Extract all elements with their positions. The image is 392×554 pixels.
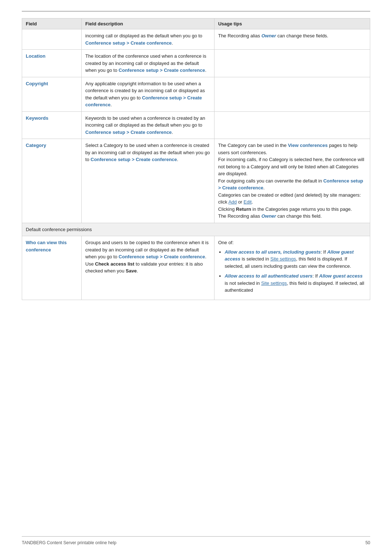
header-description: Field description xyxy=(82,19,215,29)
who-can-view-label: Who can view this conference xyxy=(26,240,67,253)
main-table: Field Field description Usage tips incom… xyxy=(22,18,370,300)
table-row-copyright: Copyright Any applicable copyright infor… xyxy=(22,77,370,111)
field-cell-keywords: Keywords xyxy=(22,111,82,139)
desc-cell-copyright: Any applicable copyright information to … xyxy=(82,77,215,111)
field-cell-category: Category xyxy=(22,139,82,223)
usage-text: The Recording alias xyxy=(218,33,261,38)
table-row-location: Location The location of the conference … xyxy=(22,50,370,77)
field-cell xyxy=(22,29,82,50)
permissions-list: Allow access to all users, including gue… xyxy=(225,249,366,294)
category-usage-5: . xyxy=(264,185,265,190)
table-row-category: Category Select a Category to be used wh… xyxy=(22,139,370,223)
keywords-label: Keywords xyxy=(26,115,48,121)
field-cell-location: Location xyxy=(22,50,82,77)
allow-authenticated-text1: : If xyxy=(313,273,319,279)
allow-all-users-label: Allow access to all users, including gue… xyxy=(225,249,320,255)
table-row-keywords: Keywords Keywords to be used when a conf… xyxy=(22,111,370,139)
category-conference-link[interactable]: Conference setup > Create conference xyxy=(91,157,177,162)
list-item-all-users: Allow access to all users, including gue… xyxy=(225,249,366,270)
location-label: Location xyxy=(26,53,45,59)
site-settings-link2[interactable]: Site settings xyxy=(261,280,287,286)
page-footer: TANDBERG Content Server printable online… xyxy=(22,536,370,545)
category-usage-1: The Category can be used in the xyxy=(218,143,288,148)
field-cell-copyright: Copyright xyxy=(22,77,82,111)
category-usage-10: The Recording alias xyxy=(218,213,261,219)
site-settings-link1[interactable]: Site settings xyxy=(270,256,296,262)
copyright-period: . xyxy=(110,102,112,107)
field-cell-who-can-view: Who can view this conference xyxy=(22,236,82,300)
copyright-label: Copyright xyxy=(26,81,48,86)
category-label: Category xyxy=(26,143,46,148)
allow-all-users-text1: : If xyxy=(320,249,327,255)
desc-text: incoming call or displayed as the defaul… xyxy=(85,33,202,38)
usage-one-of: One of: xyxy=(218,240,234,245)
allow-authenticated-label: Allow access to all authenticated users xyxy=(225,273,313,279)
edit-link[interactable]: Edit xyxy=(244,199,252,205)
header-usage: Usage tips xyxy=(214,19,370,29)
page-number: 50 xyxy=(366,540,370,545)
usage-cell-location xyxy=(214,50,370,77)
section-header-cell: Default conference permissions xyxy=(22,223,370,236)
allow-guest-access-link2: Allow guest access xyxy=(319,273,363,279)
add-link[interactable]: Add xyxy=(228,199,237,205)
keywords-desc: Keywords to be used when a conference is… xyxy=(85,115,205,128)
usage-cell-keywords xyxy=(214,111,370,139)
who-can-view-cs-link[interactable]: Conference setup > Create conference xyxy=(119,254,205,259)
desc-cell-keywords: Keywords to be used when a conference is… xyxy=(82,111,215,139)
allow-all-users-text2: is selected in xyxy=(240,256,270,262)
desc-cell-location: The location of the conference used when… xyxy=(82,50,215,77)
desc-cell-who-can-view: Groups and users to be copied to the con… xyxy=(82,236,215,300)
location-period: . xyxy=(205,67,207,73)
conference-setup-link[interactable]: Conference setup > Create conference xyxy=(85,40,172,46)
usage-text2: can change these fields. xyxy=(276,33,328,38)
keywords-conference-link[interactable]: Conference setup > Create conference xyxy=(85,130,172,135)
category-usage-11: can change this field. xyxy=(276,213,322,219)
desc-cell-category: Select a Category to be used when a conf… xyxy=(82,139,215,223)
usage-cell-copyright xyxy=(214,77,370,111)
keywords-period: . xyxy=(172,130,173,135)
usage-cell-category: The Category can be used in the View con… xyxy=(214,139,370,223)
category-period: . xyxy=(177,157,179,162)
usage-cell-who-can-view: One of: Allow access to all users, inclu… xyxy=(214,236,370,300)
owner-link: Owner xyxy=(261,33,276,38)
list-item-authenticated: Allow access to all authenticated users:… xyxy=(225,272,366,294)
category-usage-9: Clicking Return in the Categories page r… xyxy=(218,206,352,212)
view-conferences-link[interactable]: View conferences xyxy=(288,143,328,148)
category-usage-3: For incoming calls, if no Category is se… xyxy=(218,157,364,176)
desc-period: . xyxy=(172,40,173,46)
usage-cell: The Recording alias Owner can change the… xyxy=(214,29,370,50)
description-cell: incoming call or displayed as the defaul… xyxy=(82,29,215,50)
header-field: Field xyxy=(22,19,82,29)
category-usage-7: or xyxy=(237,199,244,205)
footer-title: TANDBERG Content Server printable online… xyxy=(22,540,117,545)
category-owner-link: Owner xyxy=(261,213,276,219)
category-usage-4: For outgoing calls you can overwrite the… xyxy=(218,178,323,184)
table-row: incoming call or displayed as the defaul… xyxy=(22,29,370,50)
location-conference-link[interactable]: Conference setup > Create conference xyxy=(119,67,205,73)
table-row-who-can-view: Who can view this conference Groups and … xyxy=(22,236,370,300)
category-usage-8: . xyxy=(252,199,253,205)
allow-authenticated-text2: is not selected in xyxy=(225,280,261,286)
section-header-permissions: Default conference permissions xyxy=(22,223,370,236)
